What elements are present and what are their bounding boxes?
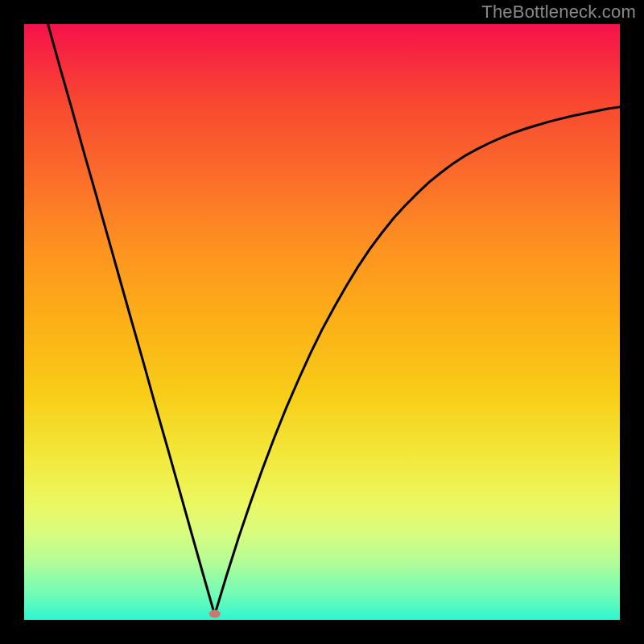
- plot-area: [24, 24, 620, 620]
- minimum-marker: [209, 610, 221, 618]
- watermark-text: TheBottleneck.com: [481, 2, 636, 23]
- curve-right-branch: [215, 107, 620, 614]
- curve-layer: [24, 24, 620, 620]
- chart-container: TheBottleneck.com: [0, 0, 644, 644]
- curve-left-branch: [48, 24, 215, 615]
